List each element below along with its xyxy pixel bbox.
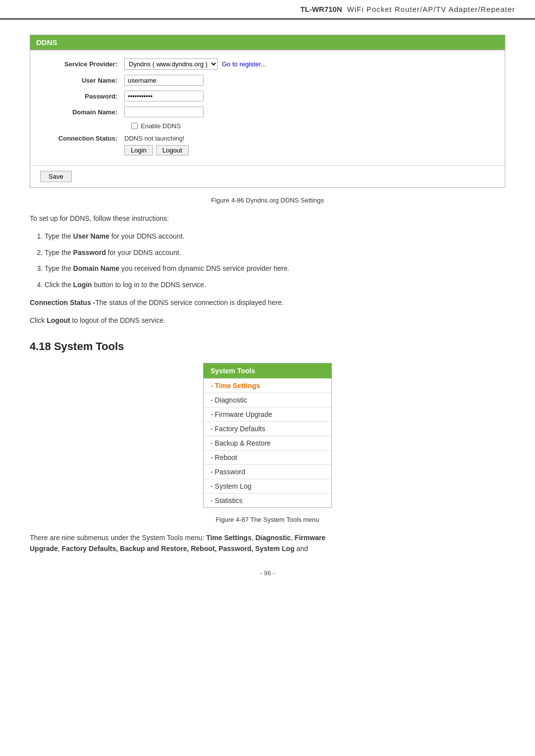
- menu-item-label: - Factory Defaults: [211, 425, 265, 433]
- menu-item-label: - System Log: [211, 482, 251, 490]
- password-input[interactable]: [124, 91, 204, 101]
- device-description: WiFi Pocket Router/AP/TV Adapter/Repeate…: [347, 5, 515, 13]
- login-logout-row: Login Logout: [124, 145, 189, 155]
- menu-item-firmware-upgrade[interactable]: - Firmware Upgrade: [204, 407, 331, 421]
- domain-name-input[interactable]: [124, 106, 204, 117]
- model-number: TL-WR710N: [300, 5, 342, 13]
- connection-status-note-bold: Connection Status -: [30, 299, 95, 306]
- menu-title: System Tools: [204, 363, 331, 378]
- go-to-register-link[interactable]: Go to register...: [222, 60, 266, 68]
- instruction-list: Type the User Name for your DDNS account…: [45, 231, 505, 290]
- service-provider-field: Dyndns ( www.dyndns.org ) Go to register…: [124, 58, 266, 70]
- logout-note-bold: Logout: [47, 316, 70, 324]
- figure86-caption: Figure 4-86 Dyndns.org DDNS Settings: [30, 197, 505, 204]
- page-number: - 96 -: [260, 569, 275, 577]
- menu-item-factory-defaults[interactable]: - Factory Defaults: [204, 421, 331, 436]
- list-item: Type the Password for your DDNS account.: [45, 247, 505, 258]
- menu-item-system-log[interactable]: - System Log: [204, 479, 331, 493]
- system-tools-menu: System Tools - Time Settings - Diagnosti…: [203, 363, 332, 508]
- menu-item-time-settings[interactable]: - Time Settings: [204, 378, 331, 393]
- connection-status-row: Connection Status: DDNS not launching! L…: [40, 135, 495, 155]
- page-header: TL-WR710N WiFi Pocket Router/AP/TV Adapt…: [0, 0, 535, 19]
- connection-status-text: DDNS not launching!: [124, 135, 189, 142]
- domain-name-bold: Domain Name: [73, 264, 119, 272]
- menu-item-label: - Backup & Restore: [211, 439, 270, 447]
- domain-name-row: Domain Name:: [40, 106, 495, 117]
- user-name-bold: User Name: [73, 232, 109, 240]
- ddns-box: DDNS Service Provider: Dyndns ( www.dynd…: [30, 35, 505, 188]
- connection-status-note: Connection Status -The status of the DDN…: [30, 297, 505, 308]
- password-field: [124, 91, 204, 101]
- menu-item-backup-restore[interactable]: - Backup & Restore: [204, 436, 331, 450]
- list-item: Click the Login button to log in to the …: [45, 279, 505, 290]
- password-bold: Password: [73, 249, 106, 256]
- list-item: Type the Domain Name you received from d…: [45, 263, 505, 274]
- menu-item-diagnostic[interactable]: - Diagnostic: [204, 393, 331, 407]
- logout-note: Click Logout to logout of the DDNS servi…: [30, 315, 505, 326]
- enable-ddns-row: Enable DDNS: [131, 122, 495, 130]
- page-footer: - 96 -: [30, 569, 505, 587]
- remaining-items-bold: Factory Defaults, Backup and Restore, Re…: [62, 545, 295, 553]
- menu-item-password[interactable]: - Password: [204, 464, 331, 479]
- figure87-caption: Figure 4-87 The System Tools menu: [30, 516, 505, 523]
- enable-ddns-checkbox[interactable]: [131, 123, 138, 129]
- save-button[interactable]: Save: [40, 171, 72, 182]
- login-bold: Login: [73, 281, 92, 289]
- username-row: User Name:: [40, 75, 495, 86]
- service-provider-label: Service Provider:: [40, 60, 124, 68]
- domain-name-field: [124, 106, 204, 117]
- password-label: Password:: [40, 93, 124, 100]
- username-label: User Name:: [40, 77, 124, 84]
- menu-item-label: - Firmware Upgrade: [211, 410, 272, 418]
- system-tools-description: There are nine submenus under the System…: [30, 532, 505, 554]
- service-provider-select[interactable]: Dyndns ( www.dyndns.org ): [124, 58, 218, 70]
- username-field: [124, 75, 204, 86]
- time-settings-bold: Time Settings: [206, 534, 252, 542]
- domain-name-label: Domain Name:: [40, 108, 124, 116]
- username-input[interactable]: [124, 75, 204, 86]
- menu-item-label: - Reboot: [211, 454, 237, 461]
- login-button[interactable]: Login: [124, 145, 153, 155]
- service-provider-row: Service Provider: Dyndns ( www.dyndns.or…: [40, 58, 495, 70]
- connection-status-label: Connection Status:: [40, 135, 124, 142]
- enable-ddns-label: Enable DDNS: [141, 122, 181, 130]
- menu-item-label: - Time Settings: [211, 382, 260, 390]
- list-item: Type the User Name for your DDNS account…: [45, 231, 505, 242]
- menu-item-label: - Password: [211, 468, 245, 476]
- ddns-title: DDNS: [30, 35, 505, 50]
- menu-item-statistics[interactable]: - Statistics: [204, 493, 331, 507]
- menu-item-label: - Statistics: [211, 497, 243, 504]
- menu-item-reboot[interactable]: - Reboot: [204, 450, 331, 464]
- logout-button[interactable]: Logout: [156, 145, 189, 155]
- menu-item-label: - Diagnostic: [211, 396, 247, 404]
- password-row: Password:: [40, 91, 495, 101]
- system-tools-heading: 4.18 System Tools: [30, 340, 505, 353]
- diagnostic-bold: Diagnostic: [256, 534, 291, 542]
- setup-intro: To set up for DDNS, follow these instruc…: [30, 213, 505, 224]
- connection-status-area: DDNS not launching! Login Logout: [124, 135, 189, 155]
- main-content: DDNS Service Provider: Dyndns ( www.dynd…: [0, 20, 535, 606]
- ddns-form: Service Provider: Dyndns ( www.dyndns.or…: [30, 50, 505, 162]
- save-row: Save: [30, 165, 505, 187]
